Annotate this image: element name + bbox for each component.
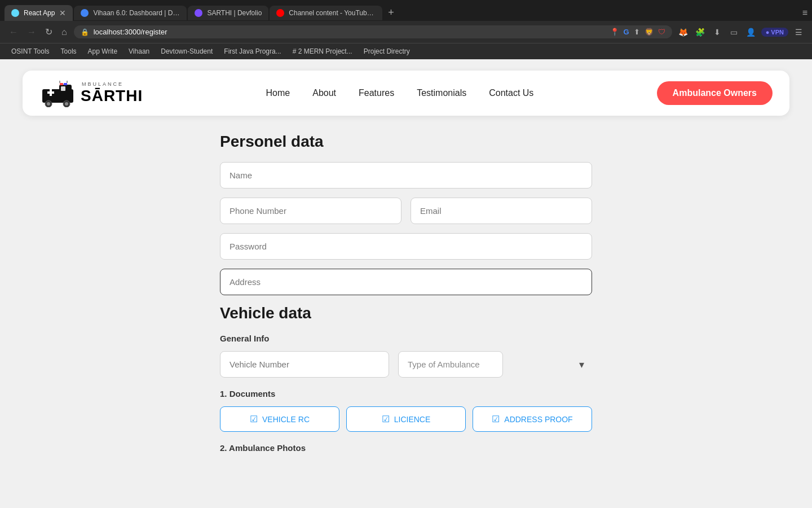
address-bar-icons: 📍 G ⬆ 🦁 🛡 bbox=[610, 28, 665, 36]
google-icon: G bbox=[624, 28, 629, 36]
nav-contact[interactable]: Contact Us bbox=[489, 88, 533, 98]
brave-icon: 🦁 bbox=[645, 28, 654, 36]
email-input[interactable] bbox=[411, 198, 592, 224]
tab-sarthi-label: SARTHI | Devfolio bbox=[207, 9, 262, 17]
svg-rect-4 bbox=[50, 89, 52, 96]
ambulance-photos-section: 2. Ambulance Photos bbox=[220, 443, 592, 453]
documents-label: 1. Documents bbox=[220, 389, 592, 398]
vehicle-rc-check-icon: ☑ bbox=[250, 414, 258, 424]
ambulance-photos-label: 2. Ambulance Photos bbox=[220, 443, 592, 453]
name-input[interactable] bbox=[220, 162, 592, 189]
bookmark-tools-label: Tools bbox=[61, 47, 77, 55]
profile-icon: 👤 bbox=[744, 25, 758, 39]
bookmark-vihaan-label: Vihaan bbox=[129, 47, 149, 55]
share-icon: ⬆ bbox=[634, 28, 640, 36]
vehicle-row: Type of Ambulance Basic Life Support Adv… bbox=[220, 351, 592, 378]
tab-youtube-label: Channel content - YouTube Studio bbox=[289, 9, 376, 17]
bookmark-java[interactable]: First Java Progra... bbox=[219, 46, 285, 57]
bookmark-devtown-label: Devtown-Student bbox=[161, 47, 213, 55]
licence-label: LICIENCE bbox=[394, 415, 431, 424]
phone-input[interactable] bbox=[220, 198, 401, 224]
vehicle-section: Vehicle data General Info Type of Ambula… bbox=[220, 304, 592, 378]
bookmark-mern-label: # 2 MERN Project... bbox=[293, 47, 352, 55]
address-bar-row: ← → ↻ ⌂ 🔒 localhost:3000/register 📍 G ⬆ … bbox=[0, 21, 812, 43]
vehicle-rc-label: VEHICLE RC bbox=[262, 415, 310, 424]
nav-links: Home About Features Testimonials Contact… bbox=[266, 88, 534, 98]
back-button[interactable]: ← bbox=[7, 25, 20, 40]
ambulance-owners-button[interactable]: Ambulance Owners bbox=[657, 81, 773, 105]
personal-data-title: Personel data bbox=[220, 133, 592, 151]
tab-overflow-button[interactable]: ≡ bbox=[802, 8, 807, 18]
address-field-group bbox=[220, 269, 592, 295]
reload-button[interactable]: ↻ bbox=[43, 24, 55, 40]
address-bar[interactable]: 🔒 localhost:3000/register 📍 G ⬆ 🦁 🛡 bbox=[74, 25, 672, 38]
name-field-group bbox=[220, 162, 592, 189]
page-content: MBULANCE SĀRTHI Home About Features Test… bbox=[0, 59, 812, 483]
tab-vihaan[interactable]: Vihaan 6.0: Dashboard | Devfolio bbox=[74, 6, 187, 20]
new-tab-button[interactable]: + bbox=[383, 5, 399, 21]
bookmark-tools[interactable]: Tools bbox=[56, 46, 81, 57]
licence-check-icon: ☑ bbox=[382, 414, 390, 424]
logo: MBULANCE SĀRTHI bbox=[39, 79, 143, 107]
bookmark-mern[interactable]: # 2 MERN Project... bbox=[288, 46, 357, 57]
fox-icon: 🦊 bbox=[677, 25, 690, 39]
svg-point-8 bbox=[65, 102, 68, 106]
tab-vihaan-icon bbox=[81, 9, 89, 17]
bookmark-osint-label: OSINT Tools bbox=[11, 47, 50, 55]
bookmark-osint[interactable]: OSINT Tools bbox=[7, 46, 54, 57]
brand-name: SĀRTHI bbox=[81, 87, 143, 105]
location-icon: 📍 bbox=[610, 28, 619, 36]
address-text: localhost:3000/register bbox=[94, 28, 606, 36]
bookmarks-bar: OSINT Tools Tools App Write Vihaan Devto… bbox=[0, 43, 812, 59]
tab-react-label: React App bbox=[24, 9, 55, 17]
tab-sarthi-icon bbox=[195, 9, 202, 17]
bookmark-java-label: First Java Progra... bbox=[224, 47, 281, 55]
bookmark-appwrite[interactable]: App Write bbox=[83, 46, 122, 57]
nav-about[interactable]: About bbox=[312, 88, 336, 98]
documents-row: ☑ VEHICLE RC ☑ LICIENCE ☑ ADDRESS PROOF bbox=[220, 406, 592, 432]
tab-close-react[interactable]: ✕ bbox=[59, 8, 66, 17]
tab-bar: React App ✕ Vihaan 6.0: Dashboard | Devf… bbox=[0, 0, 812, 21]
home-button[interactable]: ⌂ bbox=[59, 25, 69, 40]
tab-youtube-icon bbox=[276, 9, 284, 17]
bookmark-devtown[interactable]: Devtown-Student bbox=[156, 46, 217, 57]
ambulance-type-select[interactable]: Type of Ambulance Basic Life Support Adv… bbox=[398, 351, 503, 378]
nav-features[interactable]: Features bbox=[359, 88, 394, 98]
vehicle-number-input[interactable] bbox=[220, 351, 389, 378]
menu-icon[interactable]: ☰ bbox=[792, 25, 805, 39]
select-arrow-icon: ▾ bbox=[579, 358, 584, 371]
nav-testimonials[interactable]: Testimonials bbox=[417, 88, 466, 98]
form-container: Personel data Vehicle data General Info … bbox=[209, 133, 603, 453]
vehicle-data-title: Vehicle data bbox=[220, 304, 592, 322]
licence-button[interactable]: ☑ LICIENCE bbox=[346, 406, 466, 432]
password-input[interactable] bbox=[220, 233, 592, 260]
bookmark-project[interactable]: Project Directry bbox=[359, 46, 414, 57]
svg-rect-10 bbox=[64, 83, 67, 85]
bookmark-appwrite-label: App Write bbox=[88, 47, 117, 55]
vpn-badge[interactable]: ● VPN bbox=[761, 28, 788, 37]
address-input[interactable] bbox=[220, 269, 592, 295]
tab-react-icon bbox=[11, 9, 19, 17]
tab-sarthi[interactable]: SARTHI | Devfolio bbox=[188, 6, 268, 20]
vehicle-rc-button[interactable]: ☑ VEHICLE RC bbox=[220, 406, 339, 432]
bookmark-vihaan[interactable]: Vihaan bbox=[124, 46, 154, 57]
tab-react-app[interactable]: React App ✕ bbox=[5, 5, 73, 21]
shield-icon: 🛡 bbox=[658, 28, 665, 36]
tab-vihaan-label: Vihaan 6.0: Dashboard | Devfolio bbox=[93, 9, 180, 17]
password-field-group bbox=[220, 233, 592, 260]
address-proof-label: ADDRESS PROOF bbox=[504, 415, 572, 424]
phone-email-row bbox=[220, 198, 592, 224]
general-info-label: General Info bbox=[220, 334, 592, 343]
forward-button[interactable]: → bbox=[25, 25, 38, 40]
address-proof-button[interactable]: ☑ ADDRESS PROOF bbox=[473, 406, 592, 432]
logo-text-wrapper: MBULANCE SĀRTHI bbox=[81, 81, 143, 105]
puzzle-icon: 🧩 bbox=[694, 25, 707, 39]
navbar: MBULANCE SĀRTHI Home About Features Test… bbox=[23, 71, 789, 116]
bookmark-project-label: Project Directry bbox=[364, 47, 410, 55]
svg-point-6 bbox=[47, 102, 50, 106]
download-icon: ⬇ bbox=[710, 25, 724, 39]
nav-home[interactable]: Home bbox=[266, 88, 290, 98]
svg-rect-9 bbox=[60, 83, 63, 85]
tab-youtube[interactable]: Channel content - YouTube Studio bbox=[270, 6, 382, 20]
ambulance-label: MBULANCE bbox=[82, 81, 123, 87]
